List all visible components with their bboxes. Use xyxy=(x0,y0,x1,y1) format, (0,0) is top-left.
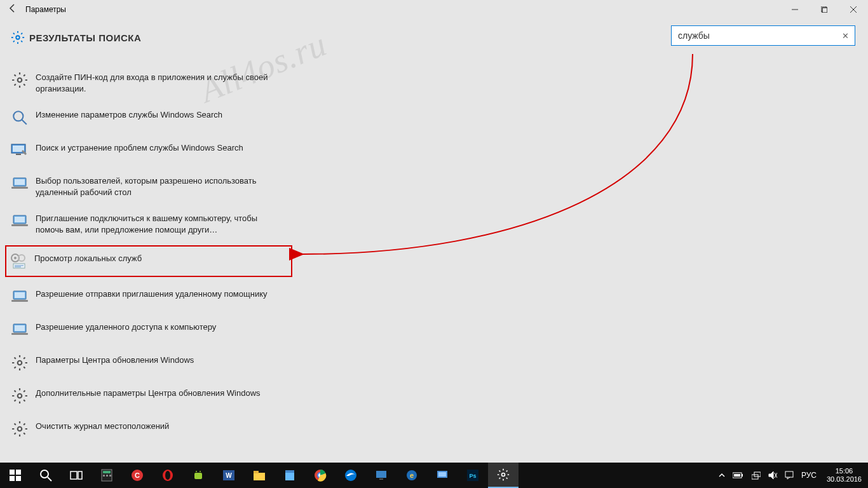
svg-rect-47 xyxy=(109,475,111,477)
svg-rect-45 xyxy=(103,475,105,477)
maximize-button[interactable] xyxy=(810,0,839,19)
svg-rect-70 xyxy=(438,472,446,477)
taskbar-app-screenshot[interactable] xyxy=(427,463,458,488)
results-list: Создайте ПИН-код для входа в приложения … xyxy=(6,67,292,442)
result-text: Поиск и устранение проблем службы Window… xyxy=(36,141,243,154)
result-text: Приглашение подключиться к вашему компью… xyxy=(36,212,277,235)
laptop-icon xyxy=(10,320,29,339)
tray-battery-icon[interactable] xyxy=(729,463,748,488)
svg-rect-82 xyxy=(785,471,793,477)
result-item[interactable]: Изменение параметров службы Windows Sear… xyxy=(6,104,292,131)
svg-rect-38 xyxy=(16,476,21,481)
tray-notifications-icon[interactable] xyxy=(781,463,797,488)
result-item[interactable]: Выбор пользователей, которым разрешено и… xyxy=(6,170,292,201)
tray-network-icon[interactable] xyxy=(748,463,764,488)
result-item[interactable]: Разрешение удаленного доступа к компьюте… xyxy=(6,316,292,343)
tray-language[interactable]: РУС xyxy=(797,463,820,488)
search-taskbar-icon[interactable] xyxy=(31,463,61,488)
tray-volume-icon[interactable] xyxy=(764,463,781,488)
magnifier-icon xyxy=(10,108,29,127)
svg-rect-58 xyxy=(254,471,259,473)
window-title: Параметры xyxy=(25,5,66,14)
search-input[interactable] xyxy=(678,30,839,41)
gear-icon xyxy=(10,353,29,372)
taskbar-app-chrome[interactable] xyxy=(305,463,336,488)
svg-rect-17 xyxy=(15,217,25,222)
svg-text:C: C xyxy=(135,471,140,479)
svg-rect-57 xyxy=(254,473,265,480)
result-text: Параметры Центра обновления Windows xyxy=(36,353,194,366)
taskbar-app-edge[interactable] xyxy=(336,463,366,488)
result-item[interactable]: Просмотр локальных служб xyxy=(5,245,292,277)
taskbar-app-explorer[interactable] xyxy=(244,463,275,488)
svg-point-32 xyxy=(18,394,22,398)
search-box[interactable]: ✕ xyxy=(671,25,855,46)
result-text: Разрешение удаленного доступа к компьюте… xyxy=(36,320,216,333)
svg-line-9 xyxy=(22,119,27,125)
result-item[interactable]: Очистить журнал местоположений xyxy=(6,416,292,442)
settings-gear-icon xyxy=(6,30,29,44)
taskbar-app-android[interactable] xyxy=(183,463,214,488)
svg-rect-12 xyxy=(16,154,21,155)
svg-rect-46 xyxy=(106,475,108,477)
svg-point-53 xyxy=(196,471,197,472)
svg-point-39 xyxy=(41,470,48,478)
taskbar-app-settings[interactable] xyxy=(488,463,519,488)
tray-clock[interactable]: 15:06 30.03.2016 xyxy=(820,467,868,484)
taskbar-app-photoshop[interactable]: Ps xyxy=(458,463,488,488)
start-button[interactable] xyxy=(0,463,31,488)
svg-point-20 xyxy=(14,257,17,259)
tray-time: 15:06 xyxy=(827,467,862,475)
search-container: ✕ xyxy=(671,25,855,46)
tray-date: 30.03.2016 xyxy=(827,475,862,484)
back-button[interactable] xyxy=(0,3,25,16)
tray-show-hidden-icon[interactable] xyxy=(715,463,729,488)
svg-rect-35 xyxy=(10,470,15,475)
svg-text:Ps: Ps xyxy=(469,473,476,479)
minimize-button[interactable] xyxy=(780,0,810,19)
svg-rect-44 xyxy=(103,471,111,473)
result-item[interactable]: Поиск и устранение проблем службы Window… xyxy=(6,137,292,164)
taskbar-app-ccleaner[interactable]: C xyxy=(122,463,153,488)
svg-point-64 xyxy=(345,470,356,481)
page-title: РЕЗУЛЬТАТЫ ПОИСКА xyxy=(29,32,141,43)
laptop-icon xyxy=(10,212,29,231)
svg-line-40 xyxy=(48,477,51,481)
svg-rect-27 xyxy=(11,300,28,302)
taskbar-app-word[interactable]: W xyxy=(214,463,244,488)
svg-text:e: e xyxy=(410,471,414,479)
svg-rect-76 xyxy=(734,474,740,477)
taskbar-app-calculator[interactable] xyxy=(92,463,122,488)
close-button[interactable] xyxy=(839,0,868,19)
result-item[interactable]: Создайте ПИН-код для входа в приложения … xyxy=(6,67,292,98)
result-item[interactable]: Приглашение подключиться к вашему компью… xyxy=(6,208,292,239)
svg-rect-37 xyxy=(10,476,15,481)
result-item[interactable]: Параметры Центра обновления Windows xyxy=(6,349,292,376)
svg-point-73 xyxy=(502,473,505,477)
svg-rect-60 xyxy=(285,470,294,473)
taskview-icon[interactable] xyxy=(61,463,92,488)
clear-search-icon[interactable]: ✕ xyxy=(839,31,851,41)
taskbar-app-notepad[interactable] xyxy=(275,463,305,488)
svg-rect-65 xyxy=(376,471,386,478)
svg-rect-52 xyxy=(194,473,202,479)
svg-rect-41 xyxy=(71,471,77,479)
svg-point-54 xyxy=(200,471,201,472)
taskbar: C W e Ps РУС 15:06 30.03.2016 xyxy=(0,463,868,488)
taskbar-app-opera[interactable] xyxy=(153,463,183,488)
main-area: All4os.ru РЕЗУЛЬТАТЫ ПОИСКА ✕ Создайте П… xyxy=(0,19,868,463)
result-item[interactable]: Дополнительные параметры Центра обновлен… xyxy=(6,383,292,409)
result-text: Изменение параметров службы Windows Sear… xyxy=(36,108,222,121)
svg-point-6 xyxy=(16,36,20,39)
svg-rect-36 xyxy=(16,470,21,475)
svg-rect-2 xyxy=(822,8,827,13)
svg-point-33 xyxy=(18,427,22,431)
result-item[interactable]: Разрешение отправки приглашения удаленно… xyxy=(6,283,292,310)
taskbar-app-ie[interactable]: e xyxy=(397,463,427,488)
svg-rect-75 xyxy=(742,474,743,477)
svg-rect-18 xyxy=(11,224,28,226)
svg-rect-42 xyxy=(78,471,82,479)
result-text: Просмотр локальных служб xyxy=(34,252,142,264)
taskbar-app-remote[interactable] xyxy=(366,463,397,488)
svg-point-7 xyxy=(18,78,22,83)
